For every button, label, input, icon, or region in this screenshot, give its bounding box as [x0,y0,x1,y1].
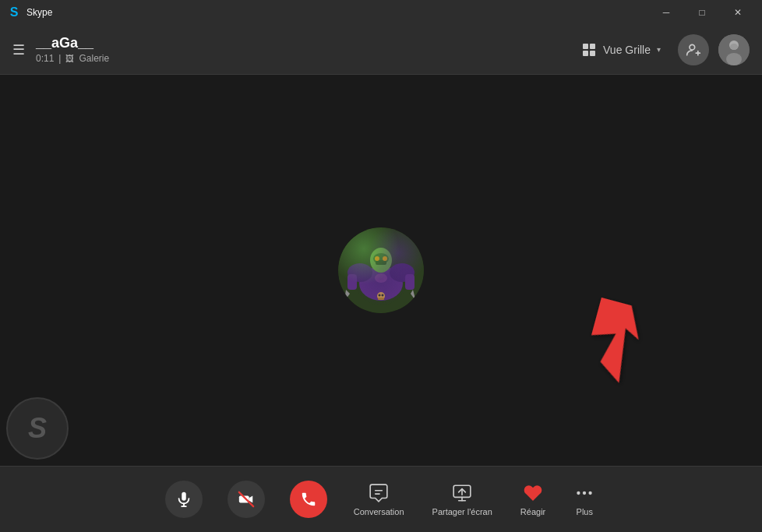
more-icon [573,482,595,504]
svg-point-7 [338,227,424,313]
add-person-button[interactable] [678,34,709,65]
svg-point-6 [730,44,738,50]
call-duration: 0:11 [36,53,54,64]
svg-point-38 [577,491,580,495]
share-screen-icon [451,482,473,504]
window-controls: ─ □ ✕ [648,0,756,25]
chevron-down-icon: ▾ [657,45,661,54]
screen-share-icon [452,483,472,503]
grid-icon [583,44,595,56]
video-icon-circle [228,481,265,518]
svg-point-13 [373,253,389,264]
call-subtitle: 0:11 | 🖼 Galerie [36,53,575,64]
heart-icon [522,482,544,504]
hangup-icon [300,491,317,508]
mic-button[interactable] [156,476,212,523]
conversation-label: Conversation [354,507,404,516]
call-area: S [0,75,762,466]
svg-point-0 [690,44,695,50]
call-info: __aGa__ 0:11 | 🖼 Galerie [36,35,575,64]
gallery-label: Galerie [79,53,109,64]
top-bar-right: Vue Grille ▾ [575,34,750,65]
self-video-preview: S [6,397,69,460]
svg-marker-20 [411,290,416,301]
svg-point-39 [583,491,586,495]
svg-point-23 [379,294,381,297]
heart-svg-icon [523,483,543,503]
call-name: __aGa__ [36,35,575,51]
vue-grille-button[interactable]: Vue Grille ▾ [575,39,669,61]
svg-point-10 [347,263,372,282]
conversation-icon [368,482,390,504]
svg-point-22 [377,292,385,300]
avatar-image [718,34,750,65]
svg-point-21 [375,273,387,283]
conversation-button[interactable]: Conversation [343,477,415,521]
video-button[interactable] [218,476,274,523]
vue-grille-label: Vue Grille [603,44,651,56]
user-avatar[interactable] [718,34,750,65]
bottom-bar: Conversation Partager l'écran Réagir [0,466,762,532]
svg-rect-17 [347,274,357,290]
share-screen-button[interactable]: Partager l'écran [422,477,503,521]
app-icon: S [6,5,22,20]
chat-icon [369,483,389,503]
minimize-button[interactable]: ─ [648,0,684,25]
more-dots-icon [574,483,594,503]
svg-point-24 [382,294,384,297]
maximize-button[interactable]: □ [684,0,720,25]
svg-rect-25 [378,298,384,300]
app-title: Skype [26,7,648,18]
close-button[interactable]: ✕ [720,0,756,25]
svg-point-15 [375,256,379,261]
remote-participant-avatar [338,227,424,313]
separator: | [58,53,61,64]
hamburger-menu-icon[interactable]: ☰ [12,41,25,58]
video-off-icon [238,491,255,508]
more-button[interactable]: Plus [563,477,606,521]
svg-marker-26 [581,298,647,385]
svg-point-5 [726,53,742,65]
svg-point-11 [390,263,415,282]
mic-icon-circle [165,481,203,518]
svg-point-12 [370,248,392,273]
top-bar: ☰ __aGa__ 0:11 | 🖼 Galerie Vue Grille ▾ [0,25,762,75]
svg-rect-18 [405,274,415,290]
svg-point-40 [589,491,592,495]
svg-point-16 [383,256,387,261]
hangup-button[interactable] [280,476,337,523]
warhammer-avatar-image [338,227,424,313]
svg-rect-14 [376,260,386,265]
mic-icon [175,491,192,508]
gallery-icon: 🖼 [65,54,74,63]
svg-rect-27 [182,492,186,501]
title-bar: S Skype ─ □ ✕ [0,0,762,25]
svg-point-8 [338,227,424,313]
share-screen-label: Partager l'écran [432,507,492,516]
plus-label: Plus [577,507,593,516]
add-person-icon [686,42,701,58]
arrow-annotation [567,294,661,388]
react-button[interactable]: Réagir [510,477,556,521]
svg-marker-19 [344,290,350,301]
svg-point-9 [359,266,403,301]
skype-s-logo: S [28,412,47,445]
react-label: Réagir [520,507,545,516]
hangup-icon-circle [290,481,327,518]
red-arrow-icon [567,294,661,388]
